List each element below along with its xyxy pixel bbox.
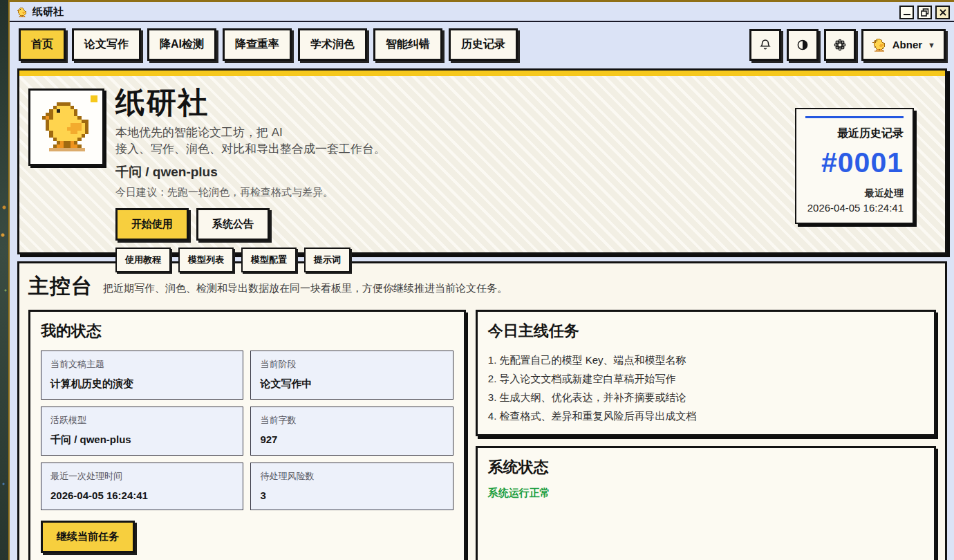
model-config-button[interactable]: 模型配置 [241, 248, 297, 272]
chevron-down-icon: ▼ [928, 41, 935, 49]
field-last-processed: 最近一次处理时间 2026-04-05 16:24:41 [41, 463, 243, 510]
history-recent-label: 最近处理 [805, 187, 904, 200]
system-announcement-button[interactable]: 系统公告 [196, 208, 270, 241]
app-chick-icon [17, 7, 28, 17]
minimize-button[interactable] [899, 6, 914, 19]
field-active-model: 活跃模型 千问 / qwen-plus [41, 407, 243, 456]
model-list-button[interactable]: 模型列表 [178, 248, 234, 272]
task-item: 2. 导入论文文档或新建空白草稿开始写作 [488, 369, 924, 388]
hero-daily-tip: 今日建议：先跑一轮润色，再检查格式与差异。 [115, 186, 386, 199]
start-using-button[interactable]: 开始使用 [115, 208, 189, 241]
task-item: 3. 生成大纲、优化表达，并补齐摘要或结论 [488, 388, 924, 407]
my-status-title: 我的状态 [41, 321, 453, 342]
my-status-panel: 我的状态 当前文稿主题 计算机历史的演变 当前阶段 论文写作中 活跃模型 千问 … [28, 310, 466, 560]
hero-tagline: 本地优先的智能论文工坊，把 AI 接入、写作、润色、对比和导出整合成一套工作台。 [115, 124, 386, 158]
nav-polish[interactable]: 学术润色 [298, 28, 367, 61]
continue-task-button[interactable]: 继续当前任务 [41, 521, 135, 553]
user-name: Abner [892, 39, 922, 50]
dashboard-header: 主控台 把近期写作、润色、检测和导出数据放在同一块看板里，方便你继续推进当前论文… [28, 272, 936, 301]
close-icon [939, 8, 947, 17]
today-tasks-title: 今日主线任务 [488, 321, 924, 342]
window-title: 纸研社 [32, 6, 64, 19]
field-pending-risks: 待处理风险数 3 [250, 463, 453, 510]
dashboard-title: 主控台 [28, 272, 93, 301]
prompt-button[interactable]: 提示词 [304, 248, 350, 272]
frame-corner-decoration [91, 95, 97, 102]
history-card-title: 最近历史记录 [805, 127, 904, 141]
maximize-icon [921, 8, 929, 17]
window-controls [899, 6, 950, 19]
app-window: 纸研社 首页 论文写作 降AI检测 降查重率 学术润色 智能纠错 历史记录 [8, 0, 954, 560]
settings-button[interactable] [824, 29, 856, 61]
system-status-title: 系统状态 [488, 457, 924, 478]
nav-plagiarism[interactable]: 降查重率 [223, 28, 292, 61]
theme-toggle-button[interactable] [787, 29, 819, 61]
hero-accent-bar [19, 71, 945, 76]
title-bar: 纸研社 [10, 2, 954, 22]
nav-paper-writing[interactable]: 论文写作 [72, 28, 141, 61]
user-menu-button[interactable]: Abner ▼ [861, 29, 946, 61]
status-fields: 当前文稿主题 计算机历史的演变 当前阶段 论文写作中 活跃模型 千问 / qwe… [41, 351, 453, 510]
history-card-accent [805, 116, 904, 118]
dashboard-right-column: 今日主线任务 1. 先配置自己的模型 Key、端点和模型名称 2. 导入论文文档… [476, 310, 936, 560]
dashboard-subtitle: 把近期写作、润色、检测和导出数据放在同一块看板里，方便你继续推进当前论文任务。 [103, 278, 507, 295]
contrast-icon [796, 39, 809, 51]
hero-section: 纸研社 本地优先的智能论文工坊，把 AI 接入、写作、润色、对比和导出整合成一套… [17, 68, 947, 254]
gear-icon [833, 38, 847, 52]
system-status-badge: 系统运行正常 [488, 487, 924, 500]
field-current-topic: 当前文稿主题 计算机历史的演变 [41, 351, 243, 400]
maximize-button[interactable] [917, 6, 932, 19]
nav-history[interactable]: 历史记录 [449, 28, 518, 61]
nav-correction[interactable]: 智能纠错 [373, 28, 442, 61]
history-recent-time: 2026-04-05 16:24:41 [805, 202, 904, 214]
field-current-stage: 当前阶段 论文写作中 [250, 351, 453, 400]
bell-icon [758, 38, 772, 52]
nav-ai-detection[interactable]: 降AI检测 [147, 28, 216, 61]
hero-model-name: 千问 / qwen-plus [115, 163, 386, 181]
system-status-panel: 系统状态 系统运行正常 [476, 446, 936, 560]
main-nav: 首页 论文写作 降AI检测 降查重率 学术润色 智能纠错 历史记录 [10, 22, 954, 68]
minimize-icon [903, 8, 911, 17]
nav-home[interactable]: 首页 [19, 28, 66, 61]
close-button[interactable] [935, 6, 950, 19]
hero-title: 纸研社 [115, 86, 386, 119]
today-tasks-panel: 今日主线任务 1. 先配置自己的模型 Key、端点和模型名称 2. 导入论文文档… [476, 310, 936, 436]
recent-history-card: 最近历史记录 #0001 最近处理 2026-04-05 16:24:41 [795, 108, 914, 224]
task-list: 1. 先配置自己的模型 Key、端点和模型名称 2. 导入论文文档或新建空白草稿… [488, 351, 924, 425]
nav-right-tools: Abner ▼ [749, 29, 946, 61]
dashboard-section: 主控台 把近期写作、润色、检测和导出数据放在同一块看板里，方便你继续推进当前论文… [17, 261, 947, 560]
hero-text-block: 纸研社 本地优先的智能论文工坊，把 AI 接入、写作、润色、对比和导出整合成一套… [115, 86, 386, 245]
hero-image-frame [28, 88, 104, 166]
hero-chick-image [39, 97, 95, 153]
history-record-id: #0001 [805, 147, 904, 179]
task-item: 1. 先配置自己的模型 Key、端点和模型名称 [488, 351, 924, 369]
field-word-count: 当前字数 927 [250, 407, 453, 456]
user-avatar [872, 37, 887, 52]
task-item: 4. 检查格式、差异和重复风险后再导出成文档 [488, 407, 924, 425]
notifications-button[interactable] [749, 29, 781, 61]
tutorial-button[interactable]: 使用教程 [115, 248, 171, 272]
